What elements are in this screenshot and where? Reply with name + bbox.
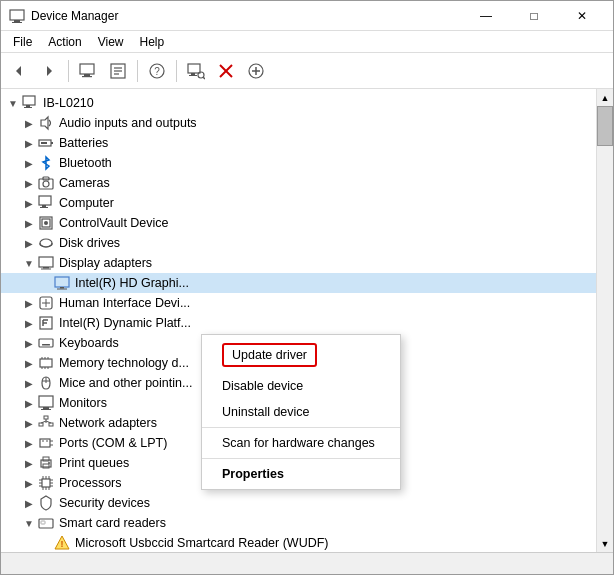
list-item[interactable]: ▶ Audio inputs and outputs xyxy=(1,113,596,133)
list-item[interactable]: ▶ Human Interface Devi... xyxy=(1,293,596,313)
scroll-down-button[interactable]: ▼ xyxy=(597,535,613,552)
list-item[interactable]: ▼ Smart card readers xyxy=(1,513,596,533)
scroll-track[interactable] xyxy=(597,106,613,535)
svg-point-88 xyxy=(48,462,50,464)
list-item[interactable]: ▶ Computer xyxy=(1,193,596,213)
update-driver-label[interactable]: Update driver xyxy=(222,343,317,367)
context-uninstall-device[interactable]: Uninstall device xyxy=(202,399,400,425)
list-item[interactable]: ▶ Bluetooth xyxy=(1,153,596,173)
scan-btn[interactable] xyxy=(182,57,210,85)
expander[interactable]: ▼ xyxy=(21,255,37,271)
context-properties[interactable]: Properties xyxy=(202,461,400,487)
keyboard-icon xyxy=(37,334,55,352)
context-scan-hardware[interactable]: Scan for hardware changes xyxy=(202,430,400,456)
menu-file[interactable]: File xyxy=(5,33,40,51)
vertical-scrollbar[interactable]: ▲ ▼ xyxy=(596,89,613,552)
maximize-button[interactable]: □ xyxy=(511,1,557,31)
item-label: Audio inputs and outputs xyxy=(59,116,197,130)
list-item[interactable]: ▶ Batteries xyxy=(1,133,596,153)
svg-rect-7 xyxy=(82,76,92,77)
expander[interactable]: ▶ xyxy=(21,195,37,211)
minimize-button[interactable]: — xyxy=(463,1,509,31)
list-item[interactable]: ▶ Intel(R) HD Graphi... xyxy=(1,273,596,293)
item-label: Mice and other pointin... xyxy=(59,376,192,390)
list-item[interactable]: ▶ ControlVault Device xyxy=(1,213,596,233)
svg-rect-74 xyxy=(44,416,48,419)
expander[interactable]: ▶ xyxy=(21,115,37,131)
help-btn[interactable]: ? xyxy=(143,57,171,85)
forward-button[interactable] xyxy=(35,57,63,85)
svg-rect-29 xyxy=(51,142,53,144)
list-item[interactable]: ▶ Intel(R) Dynamic Platf... xyxy=(1,313,596,333)
title-bar: Device Manager — □ ✕ xyxy=(1,1,613,31)
context-disable-device[interactable]: Disable device xyxy=(202,373,400,399)
context-update-driver[interactable]: Update driver xyxy=(202,337,400,373)
close-button[interactable]: ✕ xyxy=(559,1,605,31)
item-label: Monitors xyxy=(59,396,107,410)
expander[interactable]: ▼ xyxy=(21,515,37,531)
expander[interactable]: ▶ xyxy=(21,475,37,491)
menu-action[interactable]: Action xyxy=(40,33,89,51)
item-label: Intel(R) Dynamic Platf... xyxy=(59,316,191,330)
scroll-thumb[interactable] xyxy=(597,106,613,146)
properties-btn[interactable] xyxy=(104,57,132,85)
item-label: ControlVault Device xyxy=(59,216,169,230)
back-button[interactable] xyxy=(5,57,33,85)
svg-line-18 xyxy=(203,77,205,79)
expander[interactable]: ▶ xyxy=(21,355,37,371)
expander[interactable]: ▶ xyxy=(21,295,37,311)
root-expander[interactable]: ▼ xyxy=(5,95,21,111)
item-label: Bluetooth xyxy=(59,156,112,170)
print-icon xyxy=(37,454,55,472)
processor-icon xyxy=(37,474,55,492)
tree-root[interactable]: ▼ IB-L0210 xyxy=(1,93,596,113)
list-item[interactable]: ▶ Disk drives xyxy=(1,233,596,253)
expander[interactable]: ▶ xyxy=(21,395,37,411)
svg-rect-103 xyxy=(41,521,45,524)
scroll-up-button[interactable]: ▲ xyxy=(597,89,613,106)
expander[interactable]: ▶ xyxy=(21,235,37,251)
svg-rect-44 xyxy=(43,267,49,269)
list-item[interactable]: ▶ Cameras xyxy=(1,173,596,193)
expander[interactable]: ▶ xyxy=(21,315,37,331)
expander[interactable]: ▶ xyxy=(21,155,37,171)
svg-rect-2 xyxy=(12,22,22,23)
menu-help[interactable]: Help xyxy=(132,33,173,51)
svg-marker-3 xyxy=(16,66,21,76)
ports-icon xyxy=(37,434,55,452)
list-item[interactable]: ▶ ! Microsoft Usbccid Smartcard Reader (… xyxy=(1,533,596,552)
toolbar-sep-3 xyxy=(176,60,177,82)
hid-icon xyxy=(37,294,55,312)
svg-rect-73 xyxy=(41,409,51,410)
list-item[interactable]: ▼ Display adapters xyxy=(1,253,596,273)
expander[interactable]: ▶ xyxy=(21,135,37,151)
device-manager-icon-btn[interactable] xyxy=(74,57,102,85)
expander[interactable]: ▶ xyxy=(21,335,37,351)
add-btn[interactable] xyxy=(242,57,270,85)
window-controls: — □ ✕ xyxy=(463,1,605,31)
expander[interactable]: ▶ xyxy=(21,415,37,431)
smartcard-icon xyxy=(37,514,55,532)
expander[interactable]: ▶ xyxy=(21,175,37,191)
expander[interactable]: ▶ xyxy=(21,215,37,231)
item-label: Memory technology d... xyxy=(59,356,189,370)
expander[interactable]: ▶ xyxy=(21,375,37,391)
svg-rect-36 xyxy=(40,207,48,208)
menu-view[interactable]: View xyxy=(90,33,132,51)
svg-rect-1 xyxy=(14,20,20,22)
warning-icon: ! xyxy=(53,534,71,552)
controlvault-icon xyxy=(37,214,55,232)
expander[interactable]: ▶ xyxy=(21,435,37,451)
list-item[interactable]: ▶ Security devices xyxy=(1,493,596,513)
svg-point-17 xyxy=(198,72,204,78)
svg-rect-45 xyxy=(41,269,51,270)
expander[interactable]: ▶ xyxy=(21,455,37,471)
svg-rect-61 xyxy=(42,344,50,346)
toolbar-sep-2 xyxy=(137,60,138,82)
svg-rect-16 xyxy=(189,75,197,76)
camera-icon xyxy=(37,174,55,192)
expander[interactable]: ▶ xyxy=(21,495,37,511)
delete-btn[interactable] xyxy=(212,57,240,85)
svg-rect-34 xyxy=(39,196,51,205)
svg-rect-46 xyxy=(55,277,69,287)
